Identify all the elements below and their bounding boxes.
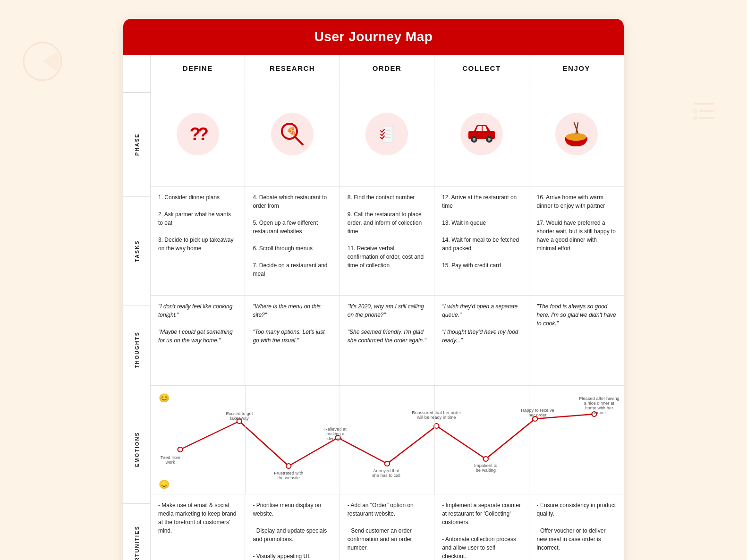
- col-header-research: RESEARCH: [245, 55, 340, 82]
- phase-icon-enjoy: [555, 113, 598, 155]
- phase-icon-collect: [460, 113, 503, 155]
- journey-map-card: User Journey Map PHASE TASKS THOUGHTS EM…: [123, 19, 624, 560]
- phase-cell-collect: [434, 82, 529, 186]
- svg-point-13: [566, 133, 586, 141]
- svg-text:Reassured that her order: Reassured that her order: [412, 410, 461, 415]
- thoughts-cell-collect: "I wish they'd open a separate queue." "…: [434, 296, 529, 385]
- thoughts-section-row: "I don't really feel like cooking tonigh…: [151, 296, 624, 386]
- svg-point-52: [24, 42, 61, 80]
- bg-decor-bowl-right: [667, 544, 709, 560]
- col-header-define: DEFINE: [151, 55, 245, 82]
- phase-icon-research: 🍕: [271, 113, 314, 155]
- svg-text:she has to call: she has to call: [372, 473, 400, 478]
- tasks-cell-collect: 12. Arrive at the restaurant on time 13.…: [434, 187, 529, 295]
- svg-text:Relieved at: Relieved at: [324, 427, 347, 432]
- svg-point-54: [693, 109, 697, 113]
- emotions-section-row: 😊 😞: [151, 386, 624, 494]
- phase-icon-define: ??: [177, 113, 219, 155]
- svg-text:Excited to get: Excited to get: [226, 411, 253, 416]
- svg-text:Annoyed that: Annoyed that: [373, 468, 399, 473]
- svg-text:😞: 😞: [159, 479, 170, 490]
- opportunities-section-row: - Make use of email & social media marke…: [151, 494, 624, 560]
- svg-text:Impatient to: Impatient to: [474, 463, 497, 468]
- svg-text:her order: her order: [528, 413, 546, 417]
- opps-cell-order: - Add an "Order" option on restaurant we…: [340, 494, 434, 560]
- svg-point-22: [385, 461, 390, 466]
- svg-point-56: [693, 116, 697, 120]
- question-mark-icon: ??: [189, 121, 205, 148]
- thoughts-cell-research: "Where is the menu on this site?" "Too m…: [245, 296, 340, 385]
- row-labels: PHASE TASKS THOUGHTS EMOTIONS OPPORTUNIT…: [123, 55, 151, 560]
- tasks-cell-define: 1. Consider dinner plans 2. Ask partner …: [151, 187, 245, 295]
- svg-text:making a: making a: [326, 432, 345, 436]
- svg-text:a nice dinner at: a nice dinner at: [584, 401, 615, 406]
- svg-text:takeaway: takeaway: [230, 416, 249, 421]
- svg-point-24: [484, 457, 488, 461]
- opportunities-row-label: OPPORTUNITIES: [123, 503, 150, 560]
- svg-text:😊: 😊: [159, 392, 170, 403]
- phase-row-label: PHASE: [123, 93, 150, 196]
- svg-text:partner: partner: [592, 410, 606, 415]
- svg-text:Pleased after having: Pleased after having: [579, 396, 620, 401]
- thoughts-cell-define: "I don't really feel like cooking tonigh…: [151, 296, 245, 385]
- thoughts-cell-order: "It's 2020, why am I still calling on th…: [340, 296, 434, 385]
- phase-section-row: ?? 🍕: [151, 82, 624, 187]
- col-header-order: ORDER: [340, 55, 434, 82]
- opps-cell-define: - Make use of email & social media marke…: [151, 494, 245, 560]
- bg-decor-pizza: [19, 38, 66, 87]
- svg-text:Tired from: Tired from: [161, 455, 181, 460]
- svg-text:the website: the website: [278, 475, 300, 480]
- svg-text:🍕: 🍕: [286, 126, 297, 136]
- phase-icon-order: [365, 113, 408, 155]
- svg-point-20: [286, 464, 291, 468]
- svg-text:work: work: [165, 460, 175, 465]
- emotions-row-label: EMOTIONS: [123, 395, 150, 503]
- svg-text:Frustrated with: Frustrated with: [274, 471, 303, 475]
- phase-cell-order: [340, 82, 434, 186]
- svg-text:be waiting: be waiting: [476, 468, 496, 473]
- bg-decor-crescent-left: [28, 525, 66, 560]
- phase-cell-enjoy: [529, 82, 624, 186]
- bg-decor-crescent-right: [695, 189, 728, 224]
- tasks-cell-research: 4. Debate which restaurant to order from…: [245, 187, 340, 295]
- svg-text:will be ready in time: will be ready in time: [416, 415, 456, 420]
- thoughts-cell-enjoy: "The food is always so good here. I'm so…: [529, 296, 624, 385]
- svg-text:Happy to receive: Happy to receive: [521, 408, 554, 413]
- svg-point-9: [473, 138, 475, 141]
- emotion-chart: 😊 😞: [151, 386, 624, 494]
- checklist-icon: [374, 121, 400, 147]
- bg-decor-checklist: [690, 94, 719, 134]
- col-headers: DEFINE RESEARCH ORDER COLLECT ENJOY: [151, 55, 624, 82]
- col-header-collect: COLLECT: [434, 55, 529, 82]
- search-pizza-icon: 🍕: [278, 120, 306, 148]
- tasks-cell-enjoy: 16. Arrive home with warm dinner to enjo…: [529, 187, 624, 295]
- phase-cell-research: 🍕: [245, 82, 340, 186]
- card-title: User Journey Map: [123, 19, 624, 55]
- tasks-section-row: 1. Consider dinner plans 2. Ask partner …: [151, 187, 624, 296]
- opps-cell-collect: - Implement a separate counter at restau…: [434, 494, 529, 560]
- opps-cell-enjoy: - Ensure consistency in product quality.…: [529, 494, 624, 560]
- thoughts-row-label: THOUGHTS: [123, 305, 150, 395]
- ramen-bowl-icon: [561, 119, 592, 150]
- col-header-enjoy: ENJOY: [529, 55, 624, 82]
- columns-wrap: DEFINE RESEARCH ORDER COLLECT ENJOY ??: [151, 55, 624, 560]
- svg-point-18: [178, 447, 182, 452]
- svg-text:home with her: home with her: [585, 406, 613, 410]
- phase-cell-define: ??: [151, 82, 245, 186]
- emotion-svg: 😊 😞: [151, 386, 624, 494]
- svg-point-11: [488, 138, 491, 141]
- opps-cell-research: - Prioritise menu display on website. - …: [245, 494, 340, 560]
- svg-text:decision: decision: [327, 436, 343, 441]
- tasks-cell-order: 8. Find the contact number 9. Call the r…: [340, 187, 434, 295]
- tasks-row-label: TASKS: [123, 196, 150, 305]
- car-icon: [466, 122, 498, 146]
- table-wrap: PHASE TASKS THOUGHTS EMOTIONS OPPORTUNIT…: [123, 55, 624, 560]
- svg-line-1: [295, 136, 303, 144]
